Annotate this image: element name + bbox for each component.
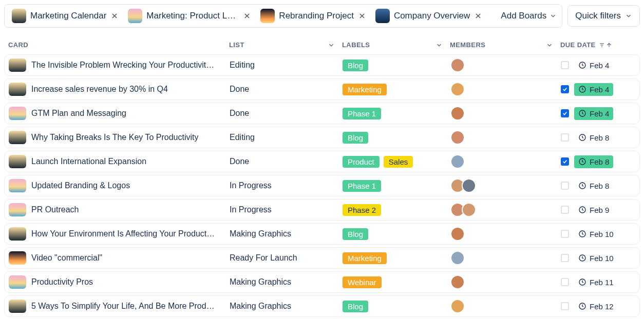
due-date-badge[interactable]: Feb 9 [574,204,613,216]
table-row[interactable]: GTM Plan and MessagingDonePhase 1Feb 4 [4,103,640,124]
card-thumb-icon [9,107,26,120]
label-pill[interactable]: Webinar [343,276,382,288]
label-pill[interactable]: Blog [343,132,368,144]
due-date-text: Feb 4 [590,85,609,94]
quick-filters-label: Quick filters [575,11,621,21]
clock-icon [578,302,586,310]
due-date-badge[interactable]: Feb 8 [574,131,613,144]
complete-checkbox[interactable] [561,133,569,142]
board-thumb-icon [375,9,390,23]
column-header-labels[interactable]: LABELS [342,41,450,49]
due-date-badge[interactable]: Feb 10 [574,228,618,241]
close-icon[interactable] [243,12,251,20]
complete-checkbox[interactable] [561,61,569,69]
table-row[interactable]: Video "commercial"Ready For LaunchMarket… [4,247,640,269]
card-thumb-icon [9,203,26,216]
clock-icon [578,157,586,166]
table-row[interactable]: Increase sales revenue by 30% in Q4DoneM… [4,78,640,100]
complete-checkbox[interactable] [561,254,569,262]
label-pill[interactable]: Phase 1 [343,180,381,192]
table-row[interactable]: The Invisible Problem Wrecking Your Prod… [4,54,640,76]
card-title: The Invisible Problem Wrecking Your Prod… [31,61,216,70]
close-icon[interactable] [358,12,366,20]
complete-checkbox[interactable] [561,157,569,166]
member-avatar[interactable] [450,275,465,289]
add-boards-button[interactable]: Add Boards [501,11,557,21]
quick-filters-button[interactable]: Quick filters [567,5,640,27]
complete-checkbox[interactable] [561,109,569,117]
member-avatar[interactable] [450,299,465,313]
board-tab[interactable]: Marketing Calendar [10,8,121,24]
due-date-badge[interactable]: Feb 4 [574,59,613,72]
member-avatar[interactable] [450,58,465,72]
label-pill[interactable]: Blog [343,228,368,240]
column-header-due-date[interactable]: DUE DATE [560,41,636,49]
list-value: Making Graphics [230,302,291,311]
due-date-text: Feb 10 [590,254,614,263]
complete-checkbox[interactable] [561,230,569,238]
due-date-badge[interactable]: Feb 8 [574,180,613,192]
card-title: 5 Ways To Simplify Your Life, And Be Mor… [31,302,216,311]
column-header-members[interactable]: MEMBERS [450,41,560,49]
clock-icon [578,61,586,69]
label-pill[interactable]: Sales [384,156,413,168]
list-value: In Progress [230,181,272,190]
board-tab[interactable]: Marketing: Product Lau… [126,8,253,24]
member-avatar[interactable] [450,227,465,241]
board-thumb-icon [12,9,26,23]
card-title: Why Taking Breaks Is The Key To Producti… [31,133,198,142]
due-date-badge[interactable]: Feb 8 [574,155,613,168]
label-pill[interactable]: Phase 1 [343,108,381,119]
board-tab[interactable]: Company Overview [373,8,484,24]
sort-ascending-icon [606,42,612,48]
due-date-text: Feb 12 [590,302,614,311]
close-icon[interactable] [110,12,119,20]
member-avatar[interactable] [450,130,465,145]
clock-icon [578,182,586,190]
card-thumb-icon [9,131,26,144]
label-pill[interactable]: Product [343,156,380,168]
column-header-list[interactable]: LIST [229,41,342,49]
due-date-badge[interactable]: Feb 10 [574,252,618,265]
list-value: Ready For Launch [230,253,297,263]
label-pill[interactable]: Marketing [343,252,387,264]
label-pill[interactable]: Phase 2 [343,204,381,216]
member-avatar[interactable] [450,82,465,96]
list-value: Making Graphics [230,277,291,287]
board-tab-label: Rebranding Project [279,11,354,21]
member-avatar[interactable] [462,203,476,217]
table-row[interactable]: PR OutreachIn ProgressPhase 2Feb 9 [4,199,640,221]
clock-icon [578,254,586,262]
card-title: GTM Plan and Messaging [31,109,126,118]
table-row[interactable]: Why Taking Breaks Is The Key To Producti… [4,127,640,148]
chevron-down-icon [550,12,557,19]
due-date-badge[interactable]: Feb 11 [574,276,618,289]
member-avatar[interactable] [450,106,465,121]
member-avatar[interactable] [450,154,465,169]
close-icon[interactable] [474,12,482,20]
table-row[interactable]: Launch International ExpansionDoneProduc… [4,151,640,172]
chevron-down-icon [625,12,632,19]
complete-checkbox[interactable] [561,278,569,286]
due-date-text: Feb 8 [590,133,609,142]
table-row[interactable]: How Your Environment Is Affecting Your P… [4,223,640,245]
member-avatar[interactable] [450,251,465,265]
member-avatar[interactable] [462,178,476,193]
table-row[interactable]: 5 Ways To Simplify Your Life, And Be Mor… [4,295,640,317]
label-pill[interactable]: Blog [343,301,368,312]
label-pill[interactable]: Blog [343,59,368,71]
due-date-badge[interactable]: Feb 4 [574,107,613,120]
due-date-badge[interactable]: Feb 12 [574,300,618,313]
board-tab[interactable]: Rebranding Project [258,8,368,24]
table-row[interactable]: Updated Branding & LogosIn ProgressPhase… [4,175,640,196]
list-value: In Progress [230,205,272,214]
column-header-card[interactable]: CARD [8,41,229,49]
complete-checkbox[interactable] [561,302,569,310]
complete-checkbox[interactable] [561,85,569,93]
due-date-text: Feb 8 [590,157,609,166]
table-row[interactable]: Productivity ProsMaking GraphicsWebinarF… [4,271,640,293]
complete-checkbox[interactable] [561,182,569,190]
label-pill[interactable]: Marketing [343,84,387,95]
due-date-badge[interactable]: Feb 4 [574,83,613,96]
complete-checkbox[interactable] [561,206,569,214]
